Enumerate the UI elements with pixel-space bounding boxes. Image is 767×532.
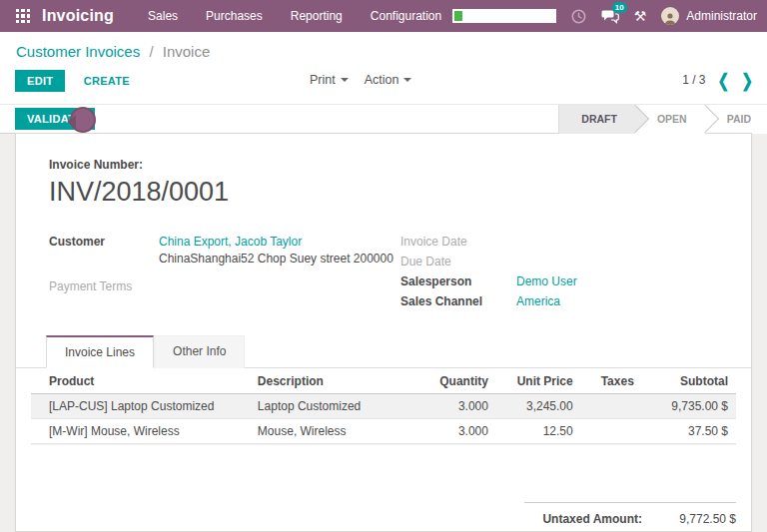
nav-menu-reporting[interactable]: Reporting <box>291 9 343 23</box>
messages-icon[interactable]: 10 <box>601 9 619 24</box>
progress-indicator <box>452 9 556 23</box>
cell-unit-price: 3,245.00 <box>496 394 581 419</box>
invoice-number: INV/2018/0001 <box>49 177 735 208</box>
customer-label: Customer <box>49 235 159 266</box>
cell-subtotal: 9,735.00 $ <box>651 394 736 419</box>
untaxed-amount-value: 9,772.50 $ <box>642 512 736 526</box>
systray: 10 ⚒ Administrator <box>452 7 757 25</box>
col-header-product: Product <box>31 368 250 394</box>
cell-taxes <box>581 394 652 419</box>
cell-description: Laptop Customized <box>250 394 418 419</box>
notebook-tabs: Invoice Lines Other Info <box>16 335 751 368</box>
nav-menu-sales[interactable]: Sales <box>148 9 178 23</box>
tab-invoice-lines[interactable]: Invoice Lines <box>46 335 154 368</box>
action-menus: Print Action <box>310 73 411 87</box>
pager-count: 1 / 3 <box>682 73 705 87</box>
chevron-down-icon <box>403 78 411 82</box>
breadcrumb-separator: / <box>149 43 153 60</box>
table-row[interactable]: [LAP-CUS] Laptop Customized Laptop Custo… <box>31 394 736 419</box>
customer-link[interactable]: China Export, Jacob Taylor <box>159 235 302 249</box>
salesperson-link[interactable]: Demo User <box>516 274 577 288</box>
action-label: Action <box>365 73 399 87</box>
pager-next-icon[interactable]: ❯ <box>741 71 753 89</box>
tab-other-info[interactable]: Other Info <box>154 335 245 368</box>
cell-quantity: 3.000 <box>418 394 496 419</box>
untaxed-amount-label: Untaxed Amount: <box>542 512 642 526</box>
breadcrumb: Customer Invoices / Invoice <box>0 32 767 62</box>
cell-product: [LAP-CUS] Laptop Customized <box>31 394 250 419</box>
invoice-number-label: Invoice Number: <box>49 158 735 172</box>
nav-menu-configuration[interactable]: Configuration <box>371 9 441 23</box>
cell-quantity: 3.000 <box>418 419 496 444</box>
cell-unit-price: 12.50 <box>496 419 581 444</box>
apps-grid-icon[interactable] <box>16 9 30 23</box>
cell-description: Mouse, Wireless <box>250 419 418 444</box>
user-menu[interactable]: Administrator <box>686 9 757 23</box>
breadcrumb-current: Invoice <box>163 43 211 60</box>
field-groups: Customer China Export, Jacob Taylor Chin… <box>49 235 735 314</box>
app-title: Invoicing <box>42 7 114 25</box>
edit-button[interactable]: EDIT <box>15 70 65 92</box>
cell-product: [M-Wir] Mouse, Wireless <box>31 419 250 444</box>
top-navbar: Invoicing Sales Purchases Reporting Conf… <box>0 0 767 32</box>
totals-block: Untaxed Amount: 9,772.50 $ Tax: 0.00 $ T… <box>524 502 736 532</box>
field-group-left: Customer China Export, Jacob Taylor Chin… <box>49 235 400 314</box>
customer-address: ChinaShanghai52 Chop Suey street 200000 <box>159 252 393 266</box>
record-pager: 1 / 3 ❮ ❯ <box>682 73 753 87</box>
breadcrumb-customer-invoices[interactable]: Customer Invoices <box>16 43 140 60</box>
col-header-quantity: Quantity <box>418 368 496 394</box>
table-end-line <box>31 444 736 445</box>
salesperson-label: Salesperson <box>400 274 516 288</box>
invoice-lines-area: Product Description Quantity Unit Price … <box>16 368 751 532</box>
cell-taxes <box>581 419 652 444</box>
clock-icon[interactable] <box>571 9 586 24</box>
progress-fill <box>454 11 462 21</box>
statusbar: VALIDATE DRAFT OPEN PAID <box>0 104 767 134</box>
action-dropdown[interactable]: Action <box>365 73 412 87</box>
nav-menu-purchases[interactable]: Purchases <box>206 9 263 23</box>
col-header-taxes: Taxes <box>581 368 652 394</box>
chevron-down-icon <box>341 78 349 82</box>
col-header-description: Description <box>250 368 418 394</box>
main-menu: Sales Purchases Reporting Configuration <box>148 9 441 23</box>
status-steps: DRAFT OPEN PAID <box>558 105 767 134</box>
avatar[interactable] <box>661 7 679 25</box>
sales-channel-link[interactable]: America <box>516 294 560 308</box>
create-button[interactable]: CREATE <box>74 70 140 92</box>
col-header-unit-price: Unit Price <box>496 368 581 394</box>
message-count-badge: 10 <box>612 2 627 13</box>
due-date-label: Due Date <box>400 255 516 268</box>
print-label: Print <box>310 73 336 87</box>
pager-previous-icon[interactable]: ❮ <box>718 71 730 89</box>
invoice-date-label: Invoice Date <box>400 235 516 249</box>
print-dropdown[interactable]: Print <box>310 73 349 87</box>
col-header-subtotal: Subtotal <box>651 368 736 394</box>
invoice-lines-table: Product Description Quantity Unit Price … <box>31 368 736 444</box>
tools-icon[interactable]: ⚒ <box>634 8 647 24</box>
status-step-draft[interactable]: DRAFT <box>559 105 635 134</box>
table-row[interactable]: [M-Wir] Mouse, Wireless Mouse, Wireless … <box>31 419 736 444</box>
table-header-row: Product Description Quantity Unit Price … <box>31 368 736 394</box>
payment-terms-label: Payment Terms <box>49 279 159 293</box>
field-group-right: Invoice Date Due Date Salesperson Demo U… <box>400 235 577 314</box>
cell-subtotal: 37.50 $ <box>651 419 736 444</box>
sales-channel-label: Sales Channel <box>400 294 516 308</box>
click-indicator <box>70 107 96 133</box>
control-panel: Customer Invoices / Invoice EDIT CREATE … <box>0 32 767 104</box>
invoice-form-sheet: Invoice Number: INV/2018/0001 Customer C… <box>15 133 752 532</box>
control-panel-buttons: EDIT CREATE Print Action 1 / 3 ❮ ❯ <box>0 62 767 104</box>
